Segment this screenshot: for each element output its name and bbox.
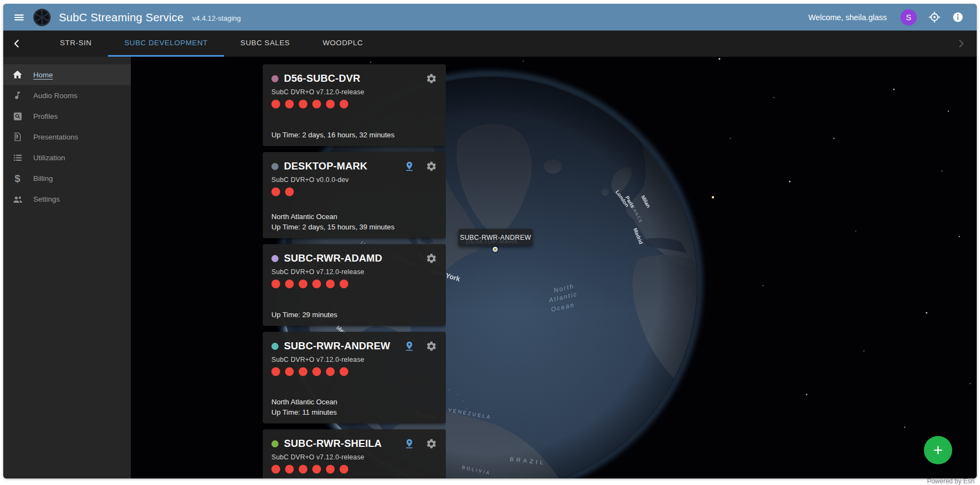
star [719, 58, 721, 60]
alert-dot [285, 465, 294, 474]
alert-dot [312, 465, 321, 474]
gear-icon[interactable] [426, 341, 437, 352]
star [893, 89, 895, 90]
info-icon[interactable] [952, 11, 964, 23]
sidebar-item-label: Settings [33, 195, 60, 203]
sidebar-item-label: Home [33, 71, 53, 79]
map-attribution: Powered by Esri [927, 477, 975, 485]
gear-icon[interactable] [426, 73, 437, 84]
device-location: North Atlantic Ocean [271, 211, 437, 222]
sidebar-item-home[interactable]: Home [3, 64, 131, 85]
device-card-header: SUBC-RWR-ADAMD [271, 250, 437, 266]
device-uptime: Up Time: 2 days, 15 hours, 39 minutes [271, 222, 437, 232]
alert-dot [271, 280, 280, 288]
map-canvas[interactable]: CANADAUNITEDSTATESChicagoTorontoNew York… [131, 57, 977, 478]
browser-page: SubC Streaming Service v4.4.12-staging W… [0, 0, 980, 485]
alert-dot [326, 465, 335, 474]
add-device-button[interactable] [924, 436, 952, 464]
device-name: DESKTOP-MARK [284, 160, 400, 172]
alert-dot [326, 100, 335, 108]
sidebar-item-label: Audio Rooms [33, 92, 77, 100]
user-avatar[interactable]: S [900, 9, 917, 26]
presentations-icon [11, 130, 24, 143]
star [789, 181, 791, 183]
device-card-subc-rwr-adamd[interactable]: SUBC-RWR-ADAMD SubC DVR+O v7.12.0-releas… [263, 244, 446, 326]
device-uptime: Up Time: 2 days, 16 hours, 32 minutes [271, 130, 437, 140]
profiles-search-icon [11, 110, 24, 123]
gear-icon[interactable] [426, 253, 437, 264]
star [833, 138, 834, 139]
app-title: SubC Streaming Service [59, 11, 184, 24]
star [941, 171, 942, 172]
sidebar-item-label: Utilization [33, 154, 65, 162]
aperture-logo-icon [33, 8, 51, 27]
content-area: HomeAudio RoomsProfilesPresentationsUtil… [3, 57, 977, 478]
alert-dot [271, 465, 280, 474]
tab-subc-development[interactable]: SUBC DEVELOPMENT [108, 31, 224, 57]
channel-status-dots [271, 465, 437, 474]
tabs-back-icon[interactable] [3, 31, 31, 57]
utilization-list-icon [11, 151, 24, 164]
alert-dot [340, 100, 348, 108]
device-card-header: D56-SUBC-DVR [271, 70, 437, 87]
device-card-header: SUBC-RWR-SHEILA [271, 435, 437, 452]
channel-status-dots [271, 100, 437, 109]
device-version: SubC DVR+O v7.12.0-release [271, 453, 437, 461]
sidebar-nav: HomeAudio RoomsProfilesPresentationsUtil… [3, 57, 131, 478]
device-card-subc-rwr-sheila[interactable]: SUBC-RWR-SHEILA SubC DVR+O v7.12.0-relea… [263, 429, 446, 478]
alert-dot [299, 367, 307, 376]
alert-dot [285, 100, 294, 108]
sidebar-item-audio-rooms[interactable]: Audio Rooms [3, 85, 131, 106]
menu-icon[interactable] [13, 11, 25, 23]
sidebar-item-label: Presentations [33, 133, 78, 141]
sidebar-item-billing[interactable]: $Billing [3, 168, 131, 189]
welcome-text: Welcome, sheila.glass [808, 13, 887, 22]
tab-subc-sales[interactable]: SUBC SALES [224, 31, 306, 57]
alert-dot [285, 367, 294, 376]
star [763, 285, 764, 286]
org-tabbar: STR-SINSUBC DEVELOPMENTSUBC SALESWOODPLC [3, 31, 977, 57]
device-name: SUBC-RWR-ADAMD [284, 252, 421, 264]
device-card-subc-rwr-andrew[interactable]: SUBC-RWR-ANDREW SubC DVR+O v7.12.0-relea… [263, 332, 446, 423]
device-version: SubC DVR+O v7.12.0-release [271, 356, 437, 363]
alert-dot [271, 367, 280, 376]
alert-dot [299, 465, 307, 474]
channel-status-dots [271, 187, 437, 197]
alert-dot [340, 465, 348, 474]
star [806, 394, 808, 396]
alert-dot [326, 367, 335, 376]
sidebar-item-settings[interactable]: Settings [3, 189, 131, 209]
pin-drop-icon[interactable] [404, 341, 415, 351]
star [523, 60, 524, 62]
gear-icon[interactable] [426, 161, 437, 172]
pin-drop-icon[interactable] [404, 161, 415, 172]
alert-dot [340, 367, 348, 376]
tab-woodplc[interactable]: WOODPLC [306, 31, 379, 57]
tabs-forward-icon[interactable] [947, 31, 975, 57]
alert-dot [271, 187, 280, 196]
app-window: SubC Streaming Service v4.4.12-staging W… [3, 4, 977, 478]
music-note-icon [11, 89, 24, 102]
alert-dot [312, 280, 321, 288]
sidebar-item-profiles[interactable]: Profiles [3, 106, 131, 126]
device-status-icon [271, 75, 279, 82]
tab-str-sin[interactable]: STR-SIN [44, 31, 108, 57]
device-card-list: D56-SUBC-DVR SubC DVR+O v7.12.0-release … [263, 64, 446, 478]
star [773, 97, 775, 98]
sidebar-item-presentations[interactable]: Presentations [3, 126, 131, 147]
gear-icon[interactable] [426, 438, 437, 450]
globe[interactable]: CANADAUNITEDSTATESChicagoTorontoNew York… [131, 57, 977, 478]
map-tooltip-label: SUBC-RWR-ANDREW [460, 234, 531, 241]
device-uptime: Up Time: 29 minutes [271, 310, 437, 320]
device-version: SubC DVR+O v0.0.0-dev [271, 176, 437, 184]
device-uptime: Up Time: 11 minutes [271, 407, 437, 417]
pin-drop-icon[interactable] [404, 438, 415, 449]
device-status-icon [271, 255, 279, 262]
alert-dot [326, 280, 335, 288]
device-marker[interactable] [493, 247, 498, 252]
locate-icon[interactable] [928, 11, 941, 23]
device-card-d56-subc-dvr[interactable]: D56-SUBC-DVR SubC DVR+O v7.12.0-release … [263, 64, 446, 146]
alert-dot [299, 100, 307, 108]
device-card-desktop-mark[interactable]: DESKTOP-MARK SubC DVR+O v0.0.0-dev North… [263, 152, 446, 238]
sidebar-item-utilization[interactable]: Utilization [3, 147, 131, 168]
